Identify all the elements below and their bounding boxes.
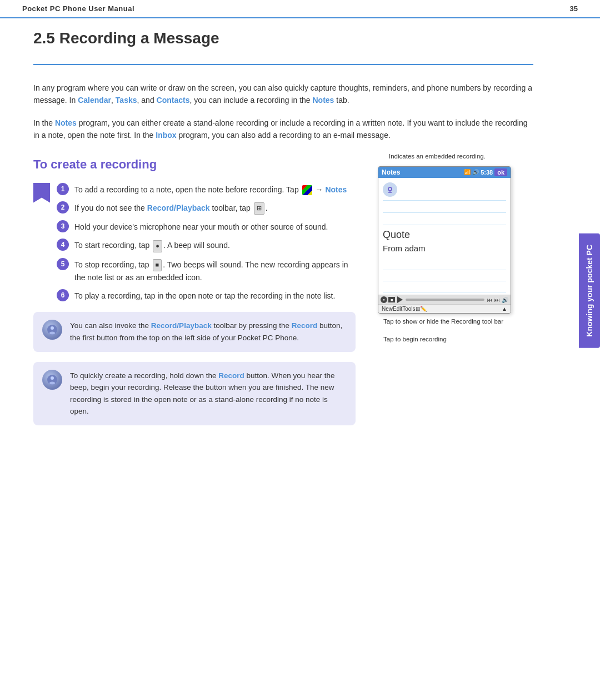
device-header-bar: Notes 📶 🔊 5:38 ok [378, 167, 511, 178]
note-lines [383, 200, 506, 225]
signal-icon: 📶 [464, 169, 471, 175]
chapter-title: 2.5 Recording a Message [33, 29, 533, 50]
tap-icon-2: ⊞ [254, 202, 264, 215]
menu-icon1[interactable]: ⊞ [416, 306, 420, 312]
annotation-begin-recording: Tap to begin recording [383, 336, 533, 342]
volume-icon: 🔊 [472, 169, 479, 175]
main-content: 2.5 Recording a Message In any program w… [0, 18, 578, 448]
chapter-tab: Knowing your pocket PC [579, 234, 600, 348]
tip-text-2: To quickly create a recording, hold down… [70, 370, 347, 418]
note-text-area: Quote From adam [383, 225, 506, 257]
step-2-text: If you do not see the Record/Playback to… [74, 201, 268, 215]
svg-point-6 [388, 187, 392, 191]
svg-point-4 [51, 376, 54, 380]
right-column: Indicates an embedded recording. Notes 📶… [378, 152, 533, 425]
annotation-top: Indicates an embedded recording. [378, 152, 533, 161]
device-title: Notes [382, 168, 400, 176]
device-time: 5:38 [481, 169, 493, 176]
step-number-3: 3 [57, 220, 69, 232]
menu-icon2[interactable]: ✏️ [420, 306, 427, 312]
step-number-5: 5 [57, 258, 69, 270]
note-line-2: From adam [383, 242, 506, 255]
speaker-icon[interactable]: 🔊 [502, 297, 508, 303]
device-menu-bar: New Edit Tools ⊞ ✏️ ▲ [378, 304, 511, 313]
device-screenshot: Notes 📶 🔊 5:38 ok [378, 166, 511, 314]
step-1-text: To add a recording to a note, open the n… [74, 183, 347, 196]
header-title: Pocket PC Phone User Manual [22, 4, 134, 13]
menu-new[interactable]: New [382, 306, 393, 312]
two-column-layout: To create a recording 1 To add a recordi… [33, 152, 533, 425]
step-4-text: To start recording, tap ●. A beep will s… [74, 239, 230, 252]
tip-box-1: You can also invoke the Record/Playback … [33, 312, 356, 351]
tip-icon-2 [42, 370, 62, 390]
step-3-text: Hold your device's microphone near your … [74, 220, 328, 233]
extra-lines [383, 259, 506, 292]
left-column: To create a recording 1 To add a recordi… [33, 152, 356, 425]
tip-icon-1 [42, 320, 62, 340]
header-page: 35 [570, 4, 578, 13]
annotations-below: Tap to show or hide the Recording tool b… [378, 318, 533, 342]
skip-controls: ⏮ ⏭ 🔊 [487, 297, 508, 303]
device-body: Quote From adam [378, 178, 511, 295]
svg-point-2 [49, 332, 55, 335]
menu-tools[interactable]: Tools [402, 306, 415, 312]
device-status-bar: 📶 🔊 5:38 ok [464, 168, 507, 176]
steps-list: 1 To add a recording to a note, open the… [33, 183, 356, 302]
step-number-2: 2 [57, 201, 69, 214]
menu-icon3[interactable]: ▲ [502, 306, 507, 312]
intro-paragraph-1: In any program where you can write or dr… [33, 82, 533, 107]
page-header: Pocket PC Phone User Manual 35 [0, 0, 600, 18]
section-heading: To create a recording [33, 157, 356, 172]
skip-back-icon[interactable]: ⏮ [487, 297, 493, 303]
tip-box-2: To quickly create a recording, hold down… [33, 362, 356, 425]
record-dot[interactable]: ● [381, 296, 387, 303]
play-btn[interactable] [397, 296, 403, 303]
playback-bar [406, 299, 484, 301]
embedded-recording-icon [383, 182, 397, 197]
svg-point-1 [51, 326, 54, 330]
menu-edit[interactable]: Edit [393, 306, 402, 312]
playback-controls: ● ■ ⏮ ⏭ 🔊 [378, 295, 511, 304]
tip-text-1: You can also invoke the Record/Playback … [70, 320, 347, 344]
stop-button-icon: ■ [153, 259, 162, 271]
step-number-4: 4 [57, 239, 69, 251]
intro-paragraph-2: In the Notes program, you can either cre… [33, 117, 533, 142]
step-number-1: 1 [57, 183, 69, 195]
step-6-text: To play a recording, tap in the open not… [74, 289, 335, 302]
bookmark-icon-step1 [33, 183, 50, 203]
step-1: 1 To add a recording to a note, open the… [33, 183, 356, 302]
stop-btn[interactable]: ■ [388, 297, 395, 302]
record-button-icon: ● [153, 240, 162, 252]
ok-button[interactable]: ok [494, 168, 507, 176]
step-number-6: 6 [57, 289, 69, 301]
svg-point-5 [49, 381, 55, 384]
step-5-text: To stop recording, tap ■. Two beeps will… [74, 258, 356, 284]
annotation-recording-toolbar: Tap to show or hide the Recording tool b… [383, 318, 533, 325]
skip-forward-icon[interactable]: ⏭ [494, 297, 500, 303]
note-line-1: Quote [383, 227, 506, 242]
